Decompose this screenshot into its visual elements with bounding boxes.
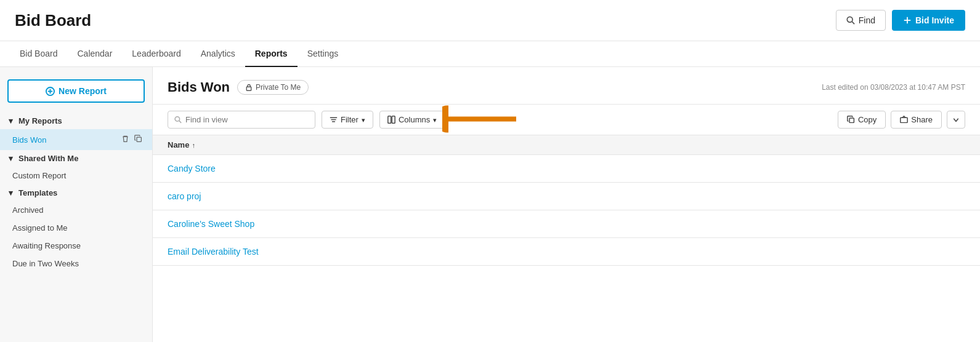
row-link-candy-store[interactable]: Candy Store bbox=[168, 164, 216, 173]
svg-point-9 bbox=[175, 117, 179, 121]
tab-leaderboard[interactable]: Leaderboard bbox=[122, 41, 190, 67]
top-header: Bid Board Find Bid Invite bbox=[0, 0, 980, 41]
columns-button[interactable]: Columns bbox=[379, 111, 445, 129]
copy-icon[interactable] bbox=[133, 133, 144, 146]
search-input-wrap[interactable] bbox=[168, 111, 315, 129]
content-header: Bids Won Private To Me Last edited on 03… bbox=[153, 67, 980, 105]
templates-section[interactable]: Templates bbox=[0, 185, 152, 201]
table-row: Email Deliverability Test bbox=[153, 238, 980, 266]
filter-button[interactable]: Filter bbox=[322, 111, 373, 129]
svg-rect-15 bbox=[392, 116, 395, 123]
content-header-left: Bids Won Private To Me bbox=[168, 79, 309, 95]
bids-won-actions bbox=[120, 133, 144, 146]
table-row: Caroline's Sweet Shop bbox=[153, 210, 980, 238]
sidebar-item-archived[interactable]: Archived bbox=[0, 201, 152, 219]
col-name-header[interactable]: Name bbox=[168, 140, 195, 149]
tab-analytics[interactable]: Analytics bbox=[191, 41, 245, 67]
columns-chevron bbox=[433, 115, 437, 124]
my-reports-section[interactable]: My Reports bbox=[0, 113, 152, 129]
table-row: Candy Store bbox=[153, 155, 980, 183]
find-in-view-input[interactable] bbox=[185, 115, 309, 124]
svg-point-0 bbox=[847, 17, 852, 22]
row-link-caro-proj[interactable]: caro proj bbox=[168, 191, 201, 201]
private-badge[interactable]: Private To Me bbox=[237, 80, 309, 95]
plus-circle-icon bbox=[46, 87, 55, 96]
tab-reports[interactable]: Reports bbox=[245, 41, 298, 67]
toolbar-right: Copy Share bbox=[838, 111, 965, 129]
shared-with-me-section[interactable]: Shared With Me bbox=[0, 150, 152, 167]
table-row: caro proj bbox=[153, 183, 980, 210]
delete-icon[interactable] bbox=[120, 133, 131, 146]
chevron-down-icon bbox=[952, 116, 960, 124]
columns-icon bbox=[387, 116, 395, 124]
svg-rect-14 bbox=[388, 116, 391, 123]
sidebar-item-custom-report[interactable]: Custom Report bbox=[0, 167, 152, 185]
sidebar-item-assigned-to-me[interactable]: Assigned to Me bbox=[0, 219, 152, 237]
tab-bid-board[interactable]: Bid Board bbox=[10, 41, 67, 67]
nav-tabs: Bid Board Calendar Leaderboard Analytics… bbox=[0, 41, 980, 67]
sidebar-item-bids-won[interactable]: Bids Won bbox=[0, 129, 152, 150]
svg-rect-8 bbox=[246, 87, 251, 90]
content-area: Bids Won Private To Me Last edited on 03… bbox=[153, 67, 980, 342]
new-report-button[interactable]: New Report bbox=[7, 79, 145, 103]
lock-icon bbox=[245, 84, 253, 91]
report-title: Bids Won bbox=[168, 79, 230, 95]
main-layout: New Report My Reports Bids Won bbox=[0, 67, 980, 342]
filter-chevron bbox=[362, 115, 365, 124]
svg-rect-7 bbox=[137, 137, 141, 141]
header-actions: Find Bid Invite bbox=[836, 10, 965, 31]
copy-button[interactable]: Copy bbox=[838, 111, 886, 129]
last-edited: Last edited on 03/08/2023 at 10:47 AM PS… bbox=[822, 83, 965, 92]
search-icon bbox=[174, 116, 182, 124]
find-button[interactable]: Find bbox=[836, 10, 886, 31]
app-title: Bid Board bbox=[15, 11, 91, 30]
filter-icon bbox=[330, 116, 338, 124]
copy-icon bbox=[847, 116, 855, 124]
share-icon bbox=[900, 116, 908, 124]
sidebar: New Report My Reports Bids Won bbox=[0, 67, 153, 342]
more-options-button[interactable] bbox=[947, 111, 965, 129]
table-area: Name Candy Store caro proj Caroline's Sw… bbox=[153, 135, 980, 342]
toolbar: Filter Columns bbox=[153, 105, 980, 135]
plus-icon bbox=[903, 16, 912, 25]
tab-calendar[interactable]: Calendar bbox=[67, 41, 122, 67]
svg-line-1 bbox=[852, 22, 854, 24]
svg-rect-18 bbox=[901, 117, 907, 122]
table-header-row: Name bbox=[153, 135, 980, 155]
bid-invite-button[interactable]: Bid Invite bbox=[892, 10, 965, 31]
tab-settings[interactable]: Settings bbox=[298, 41, 349, 67]
search-icon bbox=[846, 16, 855, 25]
sidebar-item-due-in-two-weeks[interactable]: Due in Two Weeks bbox=[0, 255, 152, 272]
svg-line-10 bbox=[179, 121, 181, 122]
svg-rect-17 bbox=[849, 118, 854, 122]
row-link-email-deliverability[interactable]: Email Deliverability Test bbox=[168, 247, 259, 257]
sidebar-item-awaiting-response[interactable]: Awaiting Response bbox=[0, 237, 152, 255]
arrow-annotation bbox=[442, 105, 522, 134]
share-button[interactable]: Share bbox=[891, 111, 942, 129]
row-link-carolines-sweet-shop[interactable]: Caroline's Sweet Shop bbox=[168, 219, 254, 229]
